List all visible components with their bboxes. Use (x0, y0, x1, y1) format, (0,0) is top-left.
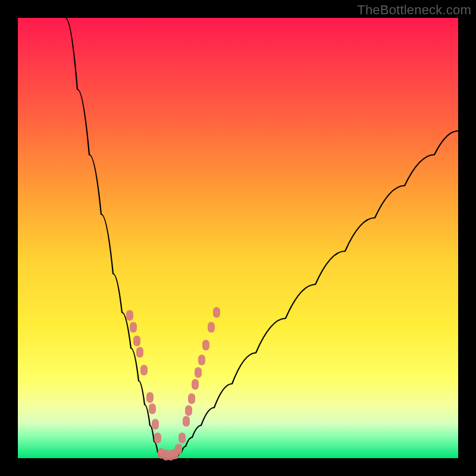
left-limb-curve (65, 18, 159, 457)
data-marker (188, 393, 195, 404)
data-marker (183, 416, 190, 427)
right-limb-curve (177, 131, 458, 457)
data-marker (213, 307, 220, 318)
data-marker (140, 365, 148, 375)
curve-layer (18, 18, 458, 458)
watermark-text: TheBottleneck.com (357, 2, 471, 18)
data-marker (195, 367, 202, 378)
data-marker (208, 322, 215, 333)
data-marker (126, 310, 133, 321)
data-marker (185, 405, 192, 416)
data-marker (149, 403, 156, 414)
data-marker (178, 433, 186, 443)
data-marker (154, 433, 161, 443)
data-marker (152, 419, 159, 430)
data-marker (130, 322, 137, 333)
data-marker (136, 347, 143, 358)
chart-plot-area (18, 18, 458, 458)
data-marker (192, 379, 199, 390)
data-marker (146, 392, 154, 403)
data-marker (202, 340, 209, 350)
data-marker (133, 336, 140, 346)
data-marker (175, 444, 182, 455)
data-marker (198, 355, 205, 365)
